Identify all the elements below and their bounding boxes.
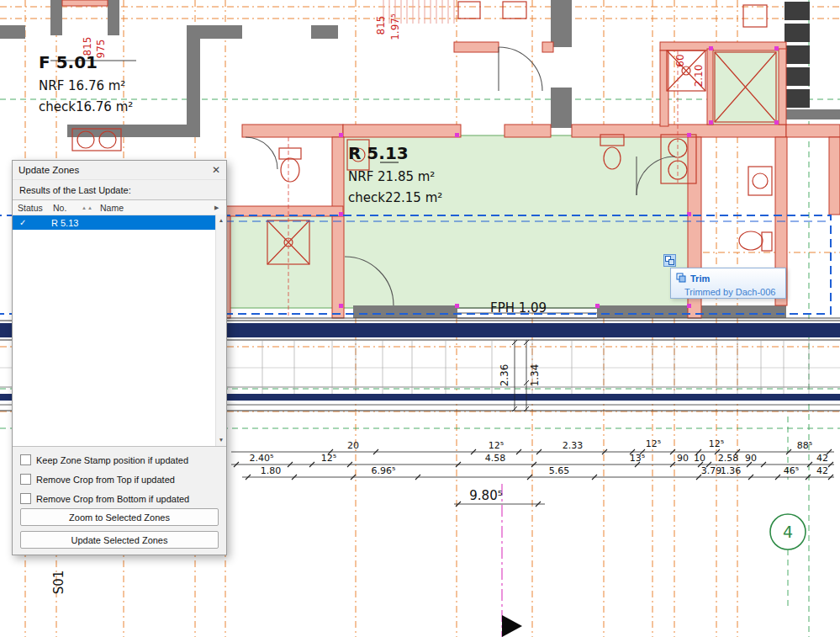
dim-label: 13⁵ [630,453,645,464]
wall-hatched-shaft [785,2,810,108]
sort-asc-icon: ▲▲ [82,205,100,210]
checkbox-remove-crop-bottom[interactable]: Remove Crop from Bottom if updated [20,492,189,505]
dim-label: 4.58 [485,453,506,464]
dim-label: 60 [674,54,686,66]
trim-cursor-badge [663,254,676,267]
dim-label: 12⁵ [709,438,724,449]
zone-nrf: NRF 21.85 m² [348,169,435,184]
zone-results-list: Status No. ▲▲ Name ▶ ✓ R 5.13 ▲ ▼ [13,199,226,447]
list-scrollbar[interactable]: ▲ ▼ [215,215,226,446]
section-marker-triangle [502,615,522,637]
tooltip-title: Trim [690,273,710,284]
checkbox-label: Remove Crop from Top if updated [36,475,175,485]
dim-label: 815 [375,16,387,35]
dim-label: 10 [694,453,705,464]
dim-total-label: 9.80⁵ [469,488,502,503]
dimension-labels: 20 12⁵ 2.33 12⁵ 12⁵ 88⁵ 2.40⁵ 12⁵ 4.58 1… [250,438,828,503]
dim-label: 42 [816,453,828,464]
tooltip-title-row: Trim [676,271,780,286]
zone-row-name: R 5.13 [51,218,78,228]
update-selected-zones-button[interactable]: Update Selected Zones [20,531,219,549]
dim-label: 2.10 [693,65,705,88]
red-dimension-labels: 815 975 815 1.97⁵ 60 2.10 [82,13,705,87]
dim-label: 1.36 [721,465,742,476]
zone-check: check16.76 m² [39,99,133,114]
status-check-icon: ✓ [13,218,41,227]
dim-label: 12⁵ [646,438,661,449]
zone-check: check22.15 m² [348,190,442,205]
zone-name: R 5.13 [348,143,409,163]
scroll-down-icon[interactable]: ▼ [216,435,226,445]
zone-label-fph: FPH 1.09 [490,300,547,316]
dim-label: 12⁵ [321,453,336,464]
dim-label: 1.97⁵ [389,13,401,40]
checkbox-keep-zone-stamp[interactable]: Keep Zone Stamp position if updated [20,454,188,466]
dim-label: 2.36 [499,364,510,387]
screenshot-root: 2.36 1.34 20 12⁵ 2.33 12⁵ 12⁵ 88⁵ 2.40⁵ … [0,0,840,637]
zone-row-r513[interactable]: ✓ R 5.13 [13,215,216,230]
dim-label: 20 [347,440,359,451]
zone-stamp-f501[interactable]: F 5.01 NRF 16.76 m² check16.76 m² [39,52,136,114]
dim-label: 1.80 [261,465,282,476]
scroll-up-icon[interactable]: ▲ [216,215,226,226]
update-zones-dialog: Update Zones ✕ Results of the Last Updat… [12,160,227,555]
dim-label: 88⁵ [797,440,812,451]
checkbox-label: Keep Zone Stamp position if updated [36,455,188,465]
dim-label: 5.65 [549,465,570,476]
dialog-title: Update Zones [18,165,79,175]
close-icon[interactable]: ✕ [212,164,220,176]
dim-label: 2.58 [718,453,739,464]
dim-label: 90 [677,453,689,464]
dim-label: 3.79 [701,465,722,476]
column-status[interactable]: Status [13,203,53,213]
zone-name: F 5.01 [39,52,98,72]
zoom-to-selected-zones-button[interactable]: Zoom to Selected Zones [20,508,219,526]
dim-label: 90 [745,453,757,464]
results-label: Results of the Last Update: [19,185,131,195]
section-label: S01 [51,571,66,595]
dialog-titlebar[interactable]: Update Zones ✕ [13,161,226,180]
checkbox-box[interactable] [20,454,31,465]
trim-tooltip: Trim Trimmed by Dach-006 [670,268,786,299]
grid-bubble-label: 4 [783,523,793,541]
zone-nrf: NRF 16.76 m² [39,78,125,93]
dim-label: 2.40⁵ [250,453,274,464]
tooltip-body: Trimmed by Dach-006 [684,287,780,297]
checkbox-box[interactable] [20,493,31,504]
vertical-dimensions: 2.36 1.34 [499,340,541,411]
trim-badge-icon [665,256,674,265]
dim-label: 46⁵ [784,465,799,476]
list-header[interactable]: Status No. ▲▲ Name ▶ [13,200,226,215]
column-name[interactable]: Name [100,203,214,213]
checkbox-label: Remove Crop from Bottom if updated [36,494,189,504]
grid-bubble-4: 4 [770,514,806,549]
trim-icon [676,271,686,286]
dim-label: 1.34 [529,364,541,387]
header-more-icon[interactable]: ▶ [214,204,226,211]
checkbox-box[interactable] [20,474,31,485]
dim-label: 2.33 [563,440,584,451]
column-no[interactable]: No. [53,203,82,213]
dim-label: 42 [816,465,828,476]
dim-label: 6.96⁵ [372,465,396,476]
checkbox-remove-crop-top[interactable]: Remove Crop from Top if updated [20,473,175,486]
dim-label: 12⁵ [489,440,504,451]
